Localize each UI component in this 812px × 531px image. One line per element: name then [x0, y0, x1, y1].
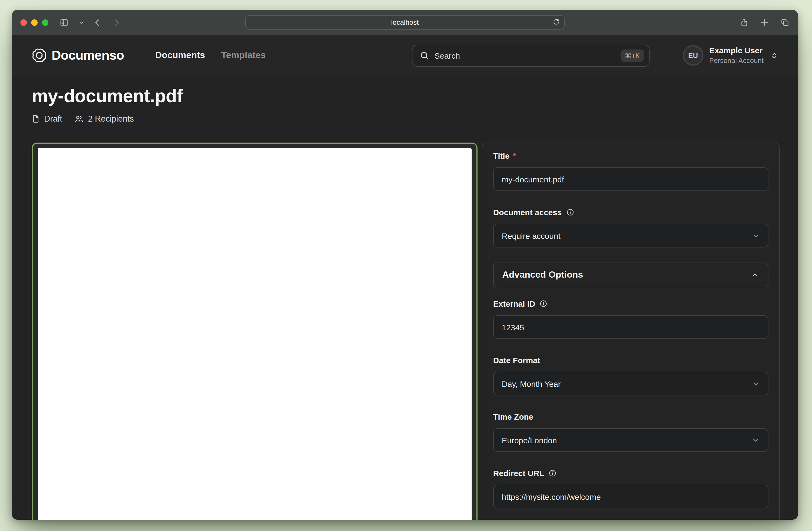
search-icon	[420, 51, 429, 60]
chevron-down-icon	[752, 379, 760, 388]
minimize-button[interactable]	[31, 19, 38, 26]
traffic-lights	[20, 19, 48, 26]
document-preview-card	[32, 143, 478, 520]
time-zone-select[interactable]: Europe/London	[493, 428, 768, 452]
editor-columns: Title * Document access Require a	[32, 143, 780, 520]
info-icon[interactable]	[549, 469, 556, 477]
tab-group-chevron-icon[interactable]	[79, 20, 84, 25]
settings-panel: Title * Document access Require a	[482, 143, 780, 520]
external-id-label: External ID	[493, 299, 768, 308]
title-label-text: Title	[493, 151, 509, 160]
brand-logo[interactable]: Documenso	[32, 48, 124, 63]
info-icon[interactable]	[540, 300, 548, 308]
documenso-app: Documenso Documents Templates Search ⌘+K…	[12, 35, 798, 520]
external-id-label-text: External ID	[493, 299, 535, 308]
brand-wordmark: Documenso	[52, 48, 124, 63]
new-tab-icon[interactable]	[760, 18, 769, 27]
title-input[interactable]	[493, 167, 768, 191]
account-type: Personal Account	[709, 57, 764, 66]
account-text: Example User Personal Account	[709, 46, 764, 65]
back-button[interactable]	[93, 18, 102, 27]
toolbar-right-actions	[740, 10, 789, 35]
recipients-badge: 2 Recipients	[74, 114, 134, 124]
share-icon[interactable]	[740, 18, 749, 27]
time-zone-label-text: Time Zone	[493, 412, 534, 421]
nav-documents[interactable]: Documents	[155, 50, 205, 61]
document-access-label-text: Document access	[493, 208, 562, 217]
date-format-value: Day, Month Year	[502, 379, 561, 388]
browser-toolbar: localhost	[12, 10, 798, 35]
redirect-url-group: Redirect URL	[493, 469, 768, 508]
redirect-url-label-text: Redirect URL	[493, 469, 544, 478]
tab-overview-icon[interactable]	[780, 18, 789, 27]
close-button[interactable]	[20, 19, 27, 26]
document-meta: Draft 2 Recipients	[32, 114, 780, 124]
zoom-button[interactable]	[42, 19, 48, 26]
users-icon	[74, 115, 84, 123]
status-badge: Draft	[32, 114, 62, 124]
document-access-group: Document access Require account	[493, 208, 768, 247]
documenso-logo-icon	[32, 48, 47, 63]
file-icon	[32, 115, 40, 123]
time-zone-group: Time Zone Europe/London	[493, 412, 768, 452]
advanced-options-title: Advanced Options	[502, 270, 583, 280]
title-label: Title *	[493, 151, 768, 160]
date-format-label: Date Format	[493, 356, 768, 365]
external-id-input[interactable]	[493, 315, 768, 339]
sidebar-toggle-icon[interactable]	[60, 18, 69, 27]
search-placeholder: Search	[435, 51, 460, 60]
recipients-label: 2 Recipients	[88, 114, 134, 124]
redirect-url-input[interactable]	[493, 485, 768, 508]
search-input[interactable]: Search ⌘+K	[412, 44, 650, 67]
reload-icon[interactable]	[553, 18, 560, 27]
pdf-page	[38, 148, 472, 520]
address-bar[interactable]: localhost	[245, 15, 565, 30]
search-shortcut-badge: ⌘+K	[620, 49, 644, 62]
desktop: localhost	[0, 0, 812, 531]
browser-window: localhost	[12, 10, 798, 520]
time-zone-label: Time Zone	[493, 412, 768, 421]
date-format-select[interactable]: Day, Month Year	[493, 372, 768, 396]
chevrons-up-down-icon	[771, 52, 778, 59]
main-nav: Documents Templates	[155, 50, 266, 61]
account-name: Example User	[709, 46, 764, 56]
page-title: my-document.pdf	[32, 86, 780, 106]
time-zone-value: Europe/London	[502, 435, 557, 445]
document-access-label: Document access	[493, 208, 768, 217]
required-asterisk: *	[513, 151, 516, 160]
address-bar-url: localhost	[391, 18, 419, 26]
external-id-group: External ID	[493, 299, 768, 339]
toolbar-divider	[74, 18, 74, 27]
advanced-options-toggle[interactable]: Advanced Options	[493, 262, 768, 287]
redirect-url-label: Redirect URL	[493, 469, 768, 478]
date-format-group: Date Format Day, Month Year	[493, 356, 768, 396]
status-label: Draft	[44, 114, 62, 124]
app-header: Documenso Documents Templates Search ⌘+K…	[12, 35, 798, 76]
date-format-label-text: Date Format	[493, 356, 540, 365]
nav-templates[interactable]: Templates	[221, 50, 266, 61]
chevron-down-icon	[752, 232, 760, 240]
title-field-group: Title *	[493, 151, 768, 191]
chevron-down-icon	[752, 436, 760, 444]
info-icon[interactable]	[566, 208, 574, 216]
document-access-select[interactable]: Require account	[493, 224, 768, 247]
avatar: EU	[683, 45, 704, 66]
chevron-up-icon	[751, 271, 759, 279]
document-editor: my-document.pdf Draft 2 Recipients	[12, 76, 798, 520]
account-menu[interactable]: EU Example User Personal Account	[683, 45, 778, 66]
forward-button[interactable]	[112, 18, 121, 27]
document-access-value: Require account	[502, 231, 560, 240]
